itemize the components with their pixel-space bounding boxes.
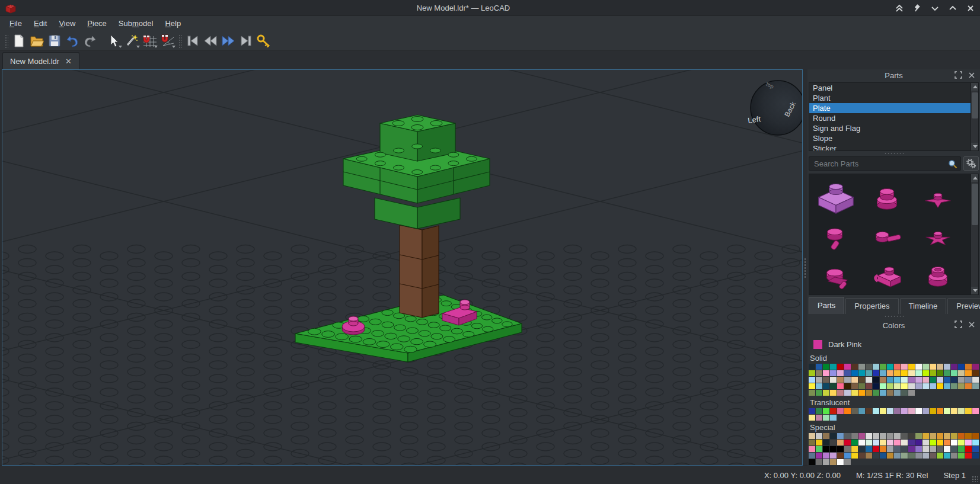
color-swatch[interactable]: [922, 433, 929, 439]
color-swatch[interactable]: [823, 408, 829, 414]
color-swatch[interactable]: [830, 446, 837, 452]
color-swatch[interactable]: [908, 453, 915, 459]
color-swatch[interactable]: [830, 408, 837, 414]
color-swatch[interactable]: [937, 370, 943, 376]
scroll-up-icon[interactable]: [971, 83, 979, 91]
color-swatch[interactable]: [880, 433, 886, 439]
part-thumbnail-clip[interactable]: [861, 255, 912, 293]
color-swatch[interactable]: [915, 377, 922, 383]
color-swatch[interactable]: [887, 377, 893, 383]
dock-splitter[interactable]: [803, 69, 807, 466]
color-swatch[interactable]: [894, 408, 901, 414]
color-swatch[interactable]: [809, 408, 815, 414]
search-options-button[interactable]: [963, 156, 979, 171]
color-swatch[interactable]: [816, 370, 822, 376]
color-swatch[interactable]: [858, 440, 865, 445]
color-swatch[interactable]: [858, 364, 865, 370]
color-swatch[interactable]: [944, 383, 950, 389]
scroll-down-icon[interactable]: [971, 287, 979, 294]
resize-grip[interactable]: [972, 476, 978, 482]
color-swatch[interactable]: [958, 433, 965, 439]
color-swatch[interactable]: [830, 453, 837, 459]
first-step-button[interactable]: [184, 33, 202, 49]
color-swatch[interactable]: [937, 453, 943, 459]
color-swatch[interactable]: [908, 440, 915, 445]
color-swatch[interactable]: [844, 440, 851, 445]
color-swatch[interactable]: [908, 446, 915, 452]
tree-trunk[interactable]: [400, 225, 439, 318]
color-swatch[interactable]: [887, 364, 893, 370]
minimize-button[interactable]: [930, 4, 940, 13]
color-swatch[interactable]: [930, 370, 936, 376]
color-swatch[interactable]: [901, 408, 908, 414]
color-swatch[interactable]: [930, 383, 936, 389]
color-swatch[interactable]: [930, 453, 936, 459]
float-dock-icon[interactable]: [955, 320, 962, 328]
move-snap-button[interactable]: [141, 33, 158, 49]
save-file-button[interactable]: [46, 33, 63, 49]
color-swatch[interactable]: [908, 433, 915, 439]
color-swatch[interactable]: [830, 440, 837, 445]
color-swatch[interactable]: [880, 440, 886, 445]
category-scrollbar[interactable]: [971, 83, 978, 150]
color-swatch[interactable]: [823, 364, 829, 370]
color-swatch[interactable]: [965, 370, 972, 376]
part-thumbnail-round[interactable]: [861, 178, 912, 216]
color-swatch[interactable]: [816, 408, 822, 414]
color-swatch[interactable]: [844, 383, 851, 389]
color-swatch[interactable]: [851, 370, 858, 376]
color-swatch[interactable]: [809, 459, 815, 465]
color-swatch[interactable]: [958, 446, 965, 452]
menu-file[interactable]: File: [4, 18, 28, 29]
color-swatch[interactable]: [958, 370, 965, 376]
color-swatch[interactable]: [958, 453, 965, 459]
color-swatch[interactable]: [873, 370, 879, 376]
color-swatch[interactable]: [880, 453, 886, 459]
select-tool-dropdown[interactable]: [119, 46, 122, 48]
color-swatch[interactable]: [873, 390, 879, 396]
color-swatch[interactable]: [858, 377, 865, 383]
color-swatch[interactable]: [830, 390, 837, 396]
undo-button[interactable]: [63, 33, 81, 49]
color-swatch[interactable]: [915, 383, 922, 389]
color-swatch[interactable]: [887, 440, 893, 445]
color-swatch[interactable]: [851, 377, 858, 383]
view-sphere[interactable]: Left Back Top: [747, 81, 802, 135]
part-thumbnail-plate[interactable]: [810, 178, 861, 216]
menu-help[interactable]: Help: [159, 18, 187, 29]
color-swatch[interactable]: [816, 377, 822, 383]
color-swatch[interactable]: [830, 383, 837, 389]
color-swatch[interactable]: [915, 453, 922, 459]
search-parts-input[interactable]: [809, 157, 960, 170]
color-swatch[interactable]: [866, 383, 872, 389]
color-swatch[interactable]: [894, 390, 901, 396]
color-swatch[interactable]: [837, 390, 844, 396]
open-file-button[interactable]: [28, 33, 46, 49]
color-swatch[interactable]: [901, 383, 908, 389]
color-swatch[interactable]: [951, 440, 957, 445]
color-swatch[interactable]: [972, 377, 979, 383]
panel-splitter[interactable]: [809, 151, 979, 156]
color-swatch[interactable]: [844, 364, 851, 370]
color-swatch[interactable]: [972, 383, 979, 389]
color-swatch[interactable]: [851, 408, 858, 414]
titlebar[interactable]: New Model.ldr* — LeoCAD: [0, 0, 980, 16]
color-swatch[interactable]: [958, 383, 965, 389]
tab-timeline[interactable]: Timeline: [900, 298, 947, 314]
color-swatch[interactable]: [809, 415, 815, 421]
color-swatch[interactable]: [837, 446, 844, 452]
menu-submodel[interactable]: Submodel: [113, 18, 159, 29]
paint-tool-dropdown[interactable]: [136, 46, 140, 48]
color-swatch[interactable]: [844, 446, 851, 452]
color-swatch[interactable]: [951, 377, 957, 383]
color-swatch[interactable]: [816, 446, 822, 452]
category-item-panel[interactable]: Panel: [809, 83, 971, 93]
color-swatch[interactable]: [922, 446, 929, 452]
color-swatch[interactable]: [937, 377, 943, 383]
color-swatch[interactable]: [866, 364, 872, 370]
tab-close-icon[interactable]: ✕: [65, 57, 72, 66]
color-swatch[interactable]: [937, 440, 943, 445]
color-swatch[interactable]: [837, 440, 844, 445]
color-swatch[interactable]: [823, 370, 829, 376]
color-swatch[interactable]: [851, 446, 858, 452]
